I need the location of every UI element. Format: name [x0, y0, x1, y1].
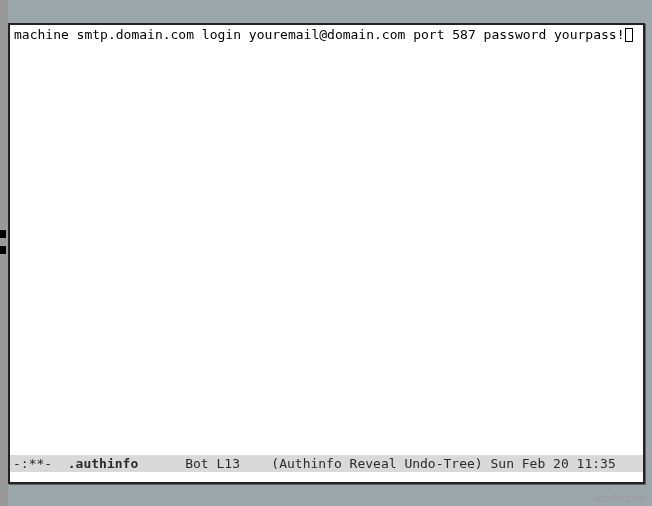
- modeline-time: Sun Feb 20 11:35: [490, 456, 615, 471]
- buffer-text[interactable]: machine smtp.domain.com login youremail@…: [14, 27, 624, 42]
- modeline-modes: (Authinfo Reveal Undo-Tree): [271, 456, 482, 471]
- stripe-mark: [0, 230, 6, 238]
- modeline-status: -:**-: [13, 456, 52, 471]
- buffer-line[interactable]: machine smtp.domain.com login youremail@…: [14, 27, 633, 42]
- mode-line[interactable]: -:**- .authinfo Bot L13 (Authinfo Reveal…: [10, 455, 643, 472]
- desktop-left-stripe: [0, 0, 8, 506]
- watermark: wsxdn.com: [593, 493, 646, 504]
- stripe-mark: [0, 246, 6, 254]
- modeline-position: Bot L13: [185, 456, 240, 471]
- text-cursor: [625, 28, 633, 42]
- modeline-gap: [240, 456, 271, 471]
- modeline-gap: [138, 456, 185, 471]
- text-buffer[interactable]: machine smtp.domain.com login youremail@…: [10, 25, 643, 456]
- emacs-frame: machine smtp.domain.com login youremail@…: [8, 23, 645, 484]
- echo-area[interactable]: [10, 472, 643, 482]
- modeline-buffer-name: .authinfo: [68, 456, 138, 471]
